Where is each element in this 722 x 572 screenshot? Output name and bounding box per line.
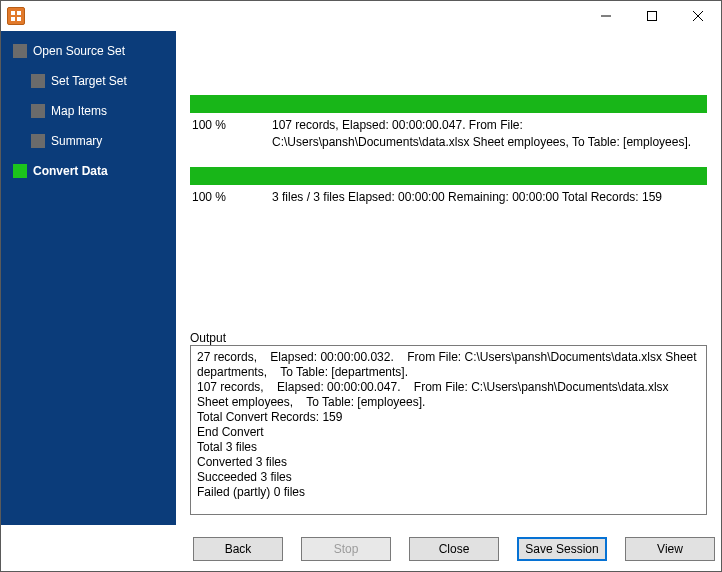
sidebar-item-map-items[interactable]: Map Items <box>7 101 176 121</box>
window-controls <box>583 1 721 31</box>
file-progress-bar <box>190 95 707 113</box>
main-panel: 100 % 107 records, Elapsed: 00:00:00.047… <box>176 31 721 525</box>
app-icon <box>7 7 25 25</box>
output-textarea[interactable]: 27 records, Elapsed: 00:00:00.032. From … <box>190 345 707 515</box>
step-box-icon <box>13 164 27 178</box>
sidebar-item-label: Map Items <box>51 104 107 118</box>
file-progress-info: 107 records, Elapsed: 00:00:00.047. From… <box>272 117 705 151</box>
view-button[interactable]: View <box>625 537 715 561</box>
sidebar-item-convert-data[interactable]: Convert Data <box>7 161 176 181</box>
minimize-button[interactable] <box>583 1 629 31</box>
total-progress-bar <box>190 167 707 185</box>
sidebar-item-label: Set Target Set <box>51 74 127 88</box>
close-dialog-button[interactable]: Close <box>409 537 499 561</box>
step-box-icon <box>31 104 45 118</box>
output-text: 27 records, Elapsed: 00:00:00.032. From … <box>197 350 700 499</box>
app-window: Open Source Set Set Target Set Map Items… <box>0 0 722 572</box>
step-box-icon <box>13 44 27 58</box>
step-box-icon <box>31 134 45 148</box>
maximize-button[interactable] <box>629 1 675 31</box>
close-button[interactable] <box>675 1 721 31</box>
stop-button: Stop <box>301 537 391 561</box>
sidebar-item-summary[interactable]: Summary <box>7 131 176 151</box>
titlebar <box>1 1 721 31</box>
back-button[interactable]: Back <box>193 537 283 561</box>
total-progress-info: 3 files / 3 files Elapsed: 00:00:00 Rema… <box>272 189 705 206</box>
wizard-sidebar: Open Source Set Set Target Set Map Items… <box>1 31 176 525</box>
sidebar-item-label: Summary <box>51 134 102 148</box>
save-session-button[interactable]: Save Session <box>517 537 607 561</box>
svg-rect-1 <box>648 12 657 21</box>
total-progress-percent: 100 % <box>192 189 272 206</box>
step-box-icon <box>31 74 45 88</box>
file-progress-percent: 100 % <box>192 117 272 151</box>
sidebar-item-set-target-set[interactable]: Set Target Set <box>7 71 176 91</box>
sidebar-item-open-source-set[interactable]: Open Source Set <box>7 41 176 61</box>
sidebar-item-label: Open Source Set <box>33 44 125 58</box>
button-row: Back Stop Close Save Session View <box>1 525 721 571</box>
sidebar-item-label: Convert Data <box>33 164 108 178</box>
output-label: Output <box>190 325 707 345</box>
